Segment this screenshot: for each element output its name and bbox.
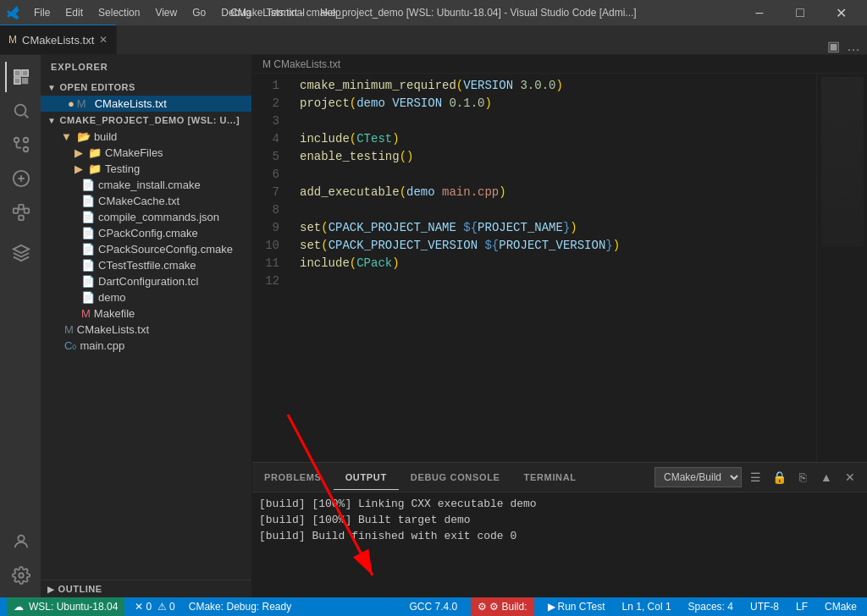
code-line-12 (300, 272, 816, 290)
cmakecache-icon: 📄 (81, 195, 95, 207)
file-compile-commands[interactable]: 📄 compile_commands.json (41, 209, 251, 225)
code-line-8 (300, 201, 816, 219)
clear-output-button[interactable]: ☰ (745, 467, 765, 487)
file-dartconfig[interactable]: 📄 DartConfiguration.tcl (41, 273, 251, 289)
file-makefile-build[interactable]: M Makefile (41, 305, 251, 322)
open-editors-section[interactable]: ▼ Open Editors (41, 79, 251, 96)
tab-filename: CMakeLists.txt (22, 34, 94, 47)
wsl-status[interactable]: ☁ WSL: Ubuntu-18.04 (7, 597, 124, 616)
panel-tab-debug-console[interactable]: DEBUG CONSOLE (399, 465, 512, 489)
menu-view[interactable]: View (148, 5, 184, 20)
minimap (816, 74, 867, 462)
testing-label: Testing (105, 162, 140, 175)
spaces-status[interactable]: Spaces: 4 (685, 597, 737, 616)
folder-build[interactable]: ▼ 📂 build (41, 129, 251, 145)
titlebar: File Edit Selection View Go Debug Termin… (0, 0, 867, 25)
modified-icon: ● (68, 97, 75, 110)
cmake-status[interactable]: CMake: Debug: Ready (185, 597, 295, 616)
menu-edit[interactable]: Edit (58, 5, 90, 20)
encoding-status[interactable]: UTF-8 (747, 597, 782, 616)
code-line-5: enable_testing() (300, 148, 816, 166)
run-ctest-status[interactable]: ▶ Run CTest (544, 597, 609, 616)
vscode-icon (7, 6, 20, 19)
breadcrumb-text: M CMakeLists.txt (262, 58, 340, 70)
code-editor[interactable]: cmake_minimum_required(VERSION 3.0.0) pr… (286, 74, 816, 462)
tab-cmakelists[interactable]: M CMakeLists.txt ✕ (0, 25, 117, 54)
panel-line-1: [build] [100%] Linking CXX executable de… (259, 496, 860, 512)
minimize-button[interactable]: – (740, 0, 779, 25)
maximize-button[interactable]: □ (781, 0, 820, 25)
panel-line-3: [build] Build finished with exit code 0 (259, 528, 860, 544)
folder-testing[interactable]: ▶ 📁 Testing (41, 161, 251, 177)
errors-status[interactable]: ✕ 0 ⚠ 0 (131, 597, 178, 616)
demo-binary-label: demo (98, 291, 126, 304)
code-line-4: include(CTest) (300, 130, 816, 148)
cpackconfig-label: CPackConfig.cmake (98, 227, 198, 239)
main-cpp-label: main.cpp (80, 339, 124, 352)
root-cmake-label: CMakeLists.txt (77, 323, 149, 336)
cmake-project-chevron: ▼ (47, 116, 56, 125)
file-demo-binary[interactable]: 📄 demo (41, 289, 251, 305)
line-numbers: 12345 678910 1112 (252, 74, 286, 462)
file-cpacksourceconfig[interactable]: 📄 CPackSourceConfig.cmake (41, 241, 251, 257)
compile-commands-icon: 📄 (81, 211, 95, 223)
tab-close-button[interactable]: ✕ (99, 34, 108, 46)
menu-go[interactable]: Go (185, 5, 213, 20)
build-icon: ⚙ (478, 601, 487, 613)
split-editor-icon[interactable]: ▣ (827, 38, 840, 54)
cmake-project-section[interactable]: ▼ CMAKE_PROJECT_DEMO [WSL: U...] (41, 112, 251, 129)
open-editor-cmakelists[interactable]: ● M CMakeLists.txt (41, 96, 251, 112)
close-panel-button[interactable]: ✕ (840, 467, 860, 487)
svg-rect-8 (14, 208, 19, 213)
activity-extensions[interactable] (5, 197, 36, 228)
lang-status[interactable]: CMake (821, 597, 860, 616)
titlebar-controls: – □ ✕ (740, 0, 860, 25)
cmakefiles-icon: 📁 (88, 146, 102, 159)
svg-line-4 (25, 114, 28, 118)
activity-settings[interactable] (5, 560, 36, 591)
activity-source-control[interactable] (5, 129, 36, 160)
file-main-cpp[interactable]: C₀ main.cpp (41, 338, 251, 354)
ln-col-status[interactable]: Ln 1, Col 1 (619, 597, 675, 616)
makefile-build-label: Makefile (94, 307, 135, 320)
error-count: 0 (146, 601, 152, 613)
gcc-status[interactable]: GCC 7.4.0 (406, 597, 461, 616)
statusbar: ☁ WSL: Ubuntu-18.04 ✕ 0 ⚠ 0 CMake: Debug… (0, 597, 867, 616)
menu-selection[interactable]: Selection (91, 5, 146, 20)
open-editors-label: Open Editors (59, 82, 135, 92)
file-root-cmakelists[interactable]: M CMakeLists.txt (41, 322, 251, 338)
file-cpackconfig[interactable]: 📄 CPackConfig.cmake (41, 225, 251, 241)
code-line-10: set(CPACK_PROJECT_VERSION ${PROJECT_VERS… (300, 237, 816, 255)
code-area[interactable]: 12345 678910 1112 cmake_minimum_required… (252, 74, 867, 462)
build-status[interactable]: ⚙ ⚙ Build: (471, 597, 533, 616)
more-actions-icon[interactable]: … (847, 39, 860, 54)
output-dropdown[interactable]: CMake/Build (654, 467, 742, 487)
close-button[interactable]: ✕ (821, 0, 860, 25)
activity-search[interactable] (5, 96, 36, 126)
panel-tab-problems[interactable]: PROBLEMS (252, 465, 334, 489)
file-cmake-install[interactable]: 📄 cmake_install.cmake (41, 177, 251, 193)
lock-output-button[interactable]: 🔒 (769, 467, 789, 487)
activity-remote[interactable] (5, 238, 36, 268)
gcc-label: GCC 7.4.0 (409, 601, 457, 613)
outline-section[interactable]: ▶ Outline (41, 580, 251, 597)
file-cmakecache[interactable]: 📄 CMakeCache.txt (41, 193, 251, 209)
open-editors-chevron: ▼ (47, 83, 56, 92)
copy-output-button[interactable]: ⎘ (792, 467, 813, 487)
cmake-status-label: CMake: Debug: Ready (189, 601, 291, 613)
activity-accounts[interactable] (5, 526, 36, 557)
maximize-panel-button[interactable]: ▲ (816, 467, 837, 487)
panel-toolbar: CMake/Build ☰ 🔒 ⎘ ▲ ✕ (654, 467, 867, 487)
panel-tab-terminal[interactable]: TERMINAL (512, 465, 588, 489)
file-ctesttestfile[interactable]: 📄 CTestTestfile.cmake (41, 257, 251, 273)
build-folder-chevron: ▼ (61, 130, 72, 143)
menu-file[interactable]: File (27, 5, 57, 20)
code-line-1: cmake_minimum_required(VERSION 3.0.0) (300, 77, 816, 95)
activity-explorer[interactable] (5, 62, 36, 92)
eol-status[interactable]: LF (792, 597, 811, 616)
breadcrumb: M CMakeLists.txt (252, 55, 867, 74)
svg-point-6 (24, 147, 29, 152)
folder-cmakefiles[interactable]: ▶ 📁 CMakeFiles (41, 145, 251, 161)
activity-debug[interactable] (5, 163, 36, 194)
panel-tab-output[interactable]: OUTPUT (334, 465, 399, 490)
